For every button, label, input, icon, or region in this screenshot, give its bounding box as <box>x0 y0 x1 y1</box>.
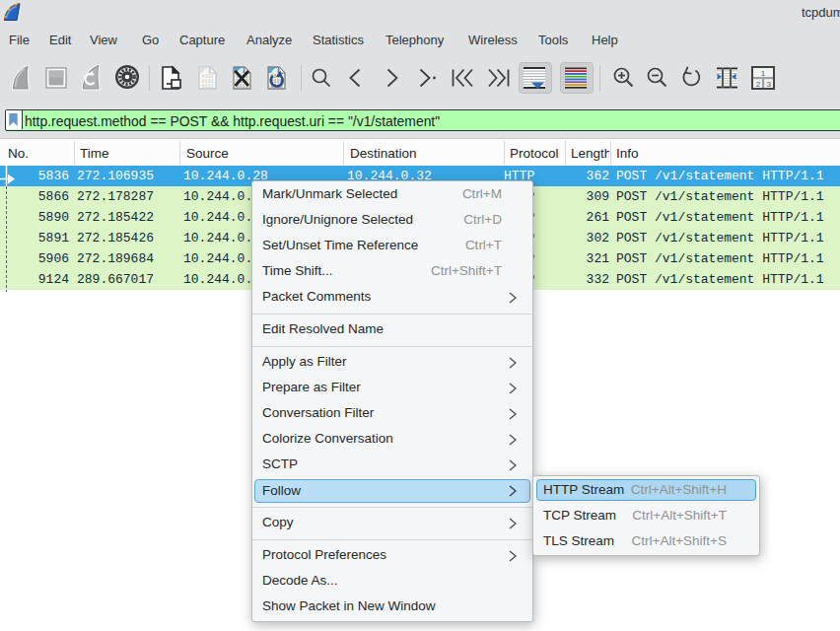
svg-text:0113: 0113 <box>201 84 213 90</box>
svg-text:2: 2 <box>756 80 761 89</box>
svg-text:3: 3 <box>767 80 772 89</box>
svg-text:1: 1 <box>761 69 766 78</box>
